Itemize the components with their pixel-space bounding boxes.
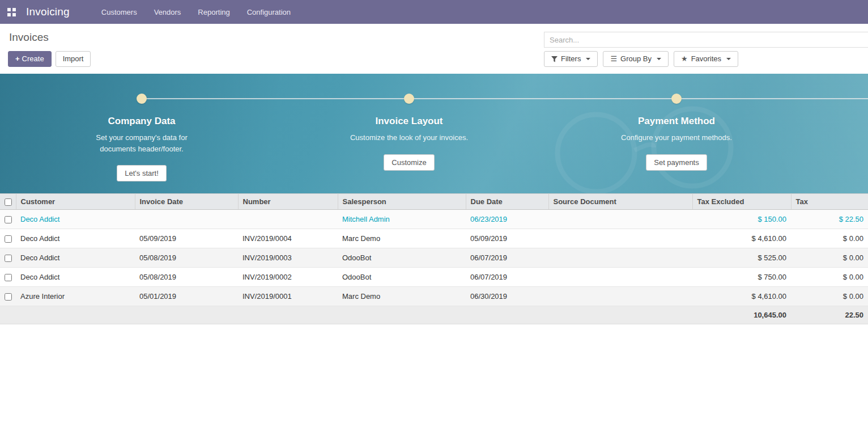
nav-item-configuration[interactable]: Configuration xyxy=(247,8,291,16)
cell-number xyxy=(238,210,338,229)
cell-customer: Deco Addict xyxy=(16,268,135,287)
nav-item-vendors[interactable]: Vendors xyxy=(154,8,181,16)
cell-invoice-date: 05/08/2019 xyxy=(135,248,238,268)
group-by-dropdown[interactable]: ☰ Group By xyxy=(603,51,669,67)
top-navbar: Invoicing Customers Vendors Reporting Co… xyxy=(0,0,868,24)
step-description: Customize the look of your invoices. xyxy=(350,132,468,143)
row-checkbox-cell xyxy=(0,287,16,306)
cell-tax-excluded: $ 4,610.00 xyxy=(692,229,791,248)
lets-start-button[interactable]: Let's start! xyxy=(117,165,167,181)
cell-customer: Deco Addict xyxy=(16,229,135,248)
grid-icon xyxy=(7,8,16,16)
column-header-tax-excluded[interactable]: Tax Excluded xyxy=(692,194,791,210)
select-all-checkbox[interactable] xyxy=(5,198,12,206)
search-input[interactable] xyxy=(544,32,868,48)
row-checkbox-cell xyxy=(0,210,16,229)
cell-invoice-date xyxy=(135,210,238,229)
cell-invoice-date: 05/09/2019 xyxy=(135,229,238,248)
nav-item-reporting[interactable]: Reporting xyxy=(198,8,229,16)
select-all-checkbox-cell xyxy=(0,194,16,210)
group-by-icon: ☰ xyxy=(610,55,617,63)
cell-number: INV/2019/0002 xyxy=(238,268,338,287)
row-checkbox[interactable] xyxy=(5,216,12,223)
total-tax: 22.50 xyxy=(791,306,868,324)
app-title[interactable]: Invoicing xyxy=(26,6,70,18)
cell-customer: Deco Addict xyxy=(16,248,135,268)
column-header-customer[interactable]: Customer xyxy=(16,194,135,210)
table-header-row: Customer Invoice Date Number Salesperson… xyxy=(0,194,868,210)
cell-number: INV/2019/0003 xyxy=(238,248,338,268)
create-button[interactable]: +Create xyxy=(8,51,52,67)
table-row[interactable]: Deco Addict 05/08/2019 INV/2019/0002 Odo… xyxy=(0,268,868,287)
cell-salesperson: Marc Demo xyxy=(338,287,466,306)
nav-item-customers[interactable]: Customers xyxy=(101,8,137,16)
cell-tax-excluded: $ 150.00 xyxy=(692,210,791,229)
column-header-tax[interactable]: Tax xyxy=(791,194,868,210)
set-payments-button[interactable]: Set payments xyxy=(646,154,707,171)
step-title: Invoice Layout xyxy=(375,116,442,127)
column-header-invoice-date[interactable]: Invoice Date xyxy=(135,194,238,210)
cell-due-date: 06/30/2019 xyxy=(466,287,548,306)
onboarding-step-company-data: Company Data Set your company's data for… xyxy=(8,94,275,181)
import-button[interactable]: Import xyxy=(56,51,91,67)
cell-due-date: 05/09/2019 xyxy=(466,229,548,248)
chevron-down-icon xyxy=(586,58,590,60)
progress-dot xyxy=(404,94,414,104)
row-checkbox[interactable] xyxy=(5,293,12,301)
step-title: Company Data xyxy=(108,116,175,127)
cell-number: INV/2019/0004 xyxy=(238,229,338,248)
cell-number: INV/2019/0001 xyxy=(238,287,338,306)
table-row[interactable]: Azure Interior 05/01/2019 INV/2019/0001 … xyxy=(0,287,868,306)
action-buttons: +Create Import xyxy=(8,51,91,67)
table-totals-row: 10,645.00 22.50 xyxy=(0,306,868,324)
progress-dot xyxy=(137,94,147,104)
cell-tax: $ 0.00 xyxy=(791,287,868,306)
cell-source-document xyxy=(548,248,692,268)
cell-source-document xyxy=(548,287,692,306)
cell-salesperson: OdooBot xyxy=(338,268,466,287)
star-icon: ★ xyxy=(681,55,688,63)
cell-invoice-date: 05/01/2019 xyxy=(135,287,238,306)
table-row[interactable]: Deco Addict 05/08/2019 INV/2019/0003 Odo… xyxy=(0,248,868,268)
table-row[interactable]: Deco Addict Mitchell Admin 06/23/2019 $ … xyxy=(0,210,868,229)
column-header-salesperson[interactable]: Salesperson xyxy=(338,194,466,210)
favorites-dropdown[interactable]: ★ Favorites xyxy=(674,51,738,67)
onboarding-banner: Company Data Set your company's data for… xyxy=(0,74,868,193)
row-checkbox-cell xyxy=(0,268,16,287)
main-menu: Customers Vendors Reporting Configuratio… xyxy=(101,8,291,16)
cell-tax: $ 0.00 xyxy=(791,248,868,268)
cell-source-document xyxy=(548,229,692,248)
chevron-down-icon xyxy=(657,58,661,60)
cell-tax-excluded: $ 525.00 xyxy=(692,248,791,268)
apps-menu-icon[interactable] xyxy=(0,8,23,16)
row-checkbox[interactable] xyxy=(5,255,12,262)
cell-invoice-date: 05/08/2019 xyxy=(135,268,238,287)
column-header-number[interactable]: Number xyxy=(238,194,338,210)
cell-due-date: 06/23/2019 xyxy=(466,210,548,229)
cell-source-document xyxy=(548,268,692,287)
total-tax-excluded: 10,645.00 xyxy=(692,306,791,324)
column-header-source-document[interactable]: Source Document xyxy=(548,194,692,210)
cell-tax-excluded: $ 750.00 xyxy=(692,268,791,287)
table-row[interactable]: Deco Addict 05/09/2019 INV/2019/0004 Mar… xyxy=(0,229,868,248)
progress-dot xyxy=(671,94,682,104)
filters-dropdown[interactable]: Filters xyxy=(544,51,598,67)
cell-due-date: 06/07/2019 xyxy=(466,268,548,287)
row-checkbox-cell xyxy=(0,229,16,248)
cell-tax: $ 0.00 xyxy=(791,229,868,248)
column-header-due-date[interactable]: Due Date xyxy=(466,194,548,210)
chevron-down-icon xyxy=(726,58,731,60)
cell-due-date: 06/07/2019 xyxy=(466,248,548,268)
step-description: Set your company's data for documents he… xyxy=(78,132,206,154)
cell-tax-excluded: $ 4,610.00 xyxy=(692,287,791,306)
row-checkbox[interactable] xyxy=(5,235,12,243)
cell-salesperson: OdooBot xyxy=(338,248,466,268)
cell-tax: $ 22.50 xyxy=(791,210,868,229)
customize-button[interactable]: Customize xyxy=(384,154,434,171)
control-panel: Invoices +Create Import Filters ☰ Group … xyxy=(0,24,868,74)
cell-customer: Deco Addict xyxy=(16,210,135,229)
step-title: Payment Method xyxy=(638,116,715,127)
cell-customer: Azure Interior xyxy=(16,287,135,306)
onboarding-step-invoice-layout: Invoice Layout Customize the look of you… xyxy=(275,94,543,181)
row-checkbox[interactable] xyxy=(5,274,12,281)
